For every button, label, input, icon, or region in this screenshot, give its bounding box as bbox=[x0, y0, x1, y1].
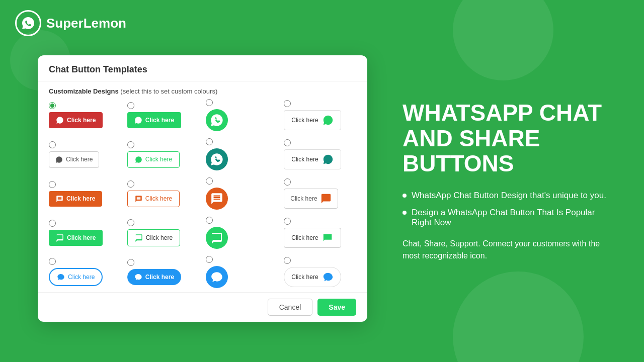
btn-text-blue-icon[interactable]: Click here bbox=[284, 267, 341, 287]
save-button[interactable]: Save bbox=[317, 299, 356, 316]
radio-4-3[interactable] bbox=[206, 217, 213, 224]
template-cell: Click here bbox=[49, 181, 121, 207]
radio-2-3[interactable] bbox=[206, 138, 213, 145]
btn-red-click-here[interactable]: Click here bbox=[49, 112, 103, 128]
bullet-list: WhatsApp Chat Button Design that's uniqu… bbox=[403, 191, 614, 228]
bg-decoration-1 bbox=[453, 0, 553, 80]
template-cell: Click here bbox=[49, 258, 121, 286]
radio-2-2[interactable] bbox=[127, 141, 134, 148]
right-description: Chat, Share, Support. Connect your custo… bbox=[403, 238, 614, 262]
template-cell: Click here bbox=[127, 259, 200, 285]
template-row-5: Click here Click here bbox=[49, 256, 356, 288]
btn-blue-solid-pill[interactable]: Click here bbox=[127, 269, 181, 285]
template-row-3: Click here Click here bbox=[49, 177, 356, 210]
radio-4-2[interactable] bbox=[127, 219, 134, 226]
radio-4-4[interactable] bbox=[284, 218, 291, 225]
radio-3-1[interactable] bbox=[49, 181, 56, 188]
template-cell: Click here bbox=[284, 139, 356, 169]
btn-green-click-here[interactable]: Click here bbox=[127, 112, 181, 128]
radio-2-4[interactable] bbox=[284, 139, 291, 146]
btn-orange-icon[interactable] bbox=[206, 188, 228, 210]
bullet-text-1: WhatsApp Chat Button Design that's uniqu… bbox=[412, 191, 606, 201]
template-cell: Click here bbox=[284, 178, 356, 209]
btn-bubble-outline[interactable]: Click here bbox=[127, 229, 180, 246]
btn-blue-outline[interactable]: Click here bbox=[49, 268, 103, 286]
template-cell bbox=[206, 177, 278, 210]
right-title: WHATSAPP CHAT AND SHARE BUTTONS bbox=[403, 100, 614, 176]
app-name: SuperLemon bbox=[46, 16, 126, 31]
bullet-dot bbox=[403, 211, 407, 215]
cancel-button[interactable]: Cancel bbox=[268, 299, 313, 316]
template-row-2: Click here Click here bbox=[49, 138, 356, 170]
radio-5-1[interactable] bbox=[49, 258, 56, 265]
btn-bubble-icon[interactable] bbox=[206, 227, 228, 249]
template-cell: Click here bbox=[49, 220, 121, 246]
header: SuperLemon bbox=[15, 10, 126, 36]
radio-1-1[interactable] bbox=[49, 102, 56, 109]
radio-3-3[interactable] bbox=[206, 177, 213, 185]
template-cell bbox=[206, 256, 278, 288]
template-cell bbox=[206, 138, 278, 170]
btn-text-wa-icon[interactable]: Click here bbox=[284, 110, 341, 130]
modal-footer: Cancel Save bbox=[38, 292, 367, 322]
template-cell: Click here bbox=[284, 257, 356, 287]
radio-1-4[interactable] bbox=[284, 100, 291, 107]
modal-body: Customizable Designs (select this to set… bbox=[38, 81, 367, 292]
template-cell: Click here bbox=[127, 180, 200, 207]
radio-3-2[interactable] bbox=[127, 180, 134, 188]
bullet-dot bbox=[403, 194, 407, 198]
btn-bubble-green[interactable]: Click here bbox=[49, 230, 103, 246]
radio-1-2[interactable] bbox=[127, 102, 134, 109]
template-row-1: Click here Click here bbox=[49, 99, 356, 131]
template-cell: Click here bbox=[49, 102, 121, 128]
template-cell: Click here bbox=[49, 141, 121, 168]
radio-2-1[interactable] bbox=[49, 141, 56, 148]
customizable-label: Customizable Designs (select this to set… bbox=[38, 81, 367, 99]
modal-title: Chat Button Templates bbox=[49, 64, 356, 75]
bullet-item-2: Design a WhatsApp Chat Button That Is Po… bbox=[403, 208, 614, 228]
btn-wa-dark-icon[interactable] bbox=[206, 148, 228, 170]
radio-1-3[interactable] bbox=[206, 99, 213, 106]
radio-5-4[interactable] bbox=[284, 257, 291, 264]
logo-icon bbox=[15, 10, 41, 36]
scroll-area[interactable]: Click here Click here bbox=[38, 99, 367, 292]
btn-gray-wa[interactable]: Click here bbox=[49, 151, 99, 168]
bullet-item-1: WhatsApp Chat Button Design that's uniqu… bbox=[403, 191, 614, 201]
template-cell: Click here bbox=[127, 102, 200, 128]
btn-bubble-text-icon[interactable]: Click here bbox=[284, 228, 341, 248]
template-cell: Click here bbox=[284, 100, 356, 130]
radio-5-3[interactable] bbox=[206, 256, 213, 263]
btn-orange-solid[interactable]: Click here bbox=[49, 191, 102, 207]
btn-wa-icon-green[interactable] bbox=[206, 109, 228, 131]
bg-decoration-2 bbox=[453, 272, 584, 362]
template-row-4: Click here Click here bbox=[49, 217, 356, 249]
radio-3-4[interactable] bbox=[284, 178, 291, 186]
btn-orange-outline[interactable]: Click here bbox=[127, 191, 180, 207]
radio-5-2[interactable] bbox=[127, 259, 134, 266]
template-cell: Click here bbox=[127, 219, 200, 246]
bullet-text-2: Design a WhatsApp Chat Button That Is Po… bbox=[412, 208, 614, 228]
radio-4-1[interactable] bbox=[49, 220, 56, 227]
modal-header: Chat Button Templates bbox=[38, 55, 367, 81]
template-cell: Click here bbox=[127, 141, 200, 168]
btn-blue-icon[interactable] bbox=[206, 266, 228, 288]
template-cell: Click here bbox=[284, 218, 356, 248]
btn-green-outline-wa[interactable]: Click here bbox=[127, 151, 180, 168]
btn-text-orange-icon[interactable]: Click here bbox=[284, 189, 338, 209]
btn-text-wa-right[interactable]: Click here bbox=[284, 149, 341, 169]
template-cell bbox=[206, 99, 278, 131]
modal-panel: Chat Button Templates Customizable Desig… bbox=[38, 55, 367, 322]
right-panel: WHATSAPP CHAT AND SHARE BUTTONS WhatsApp… bbox=[403, 100, 614, 262]
template-cell bbox=[206, 217, 278, 249]
